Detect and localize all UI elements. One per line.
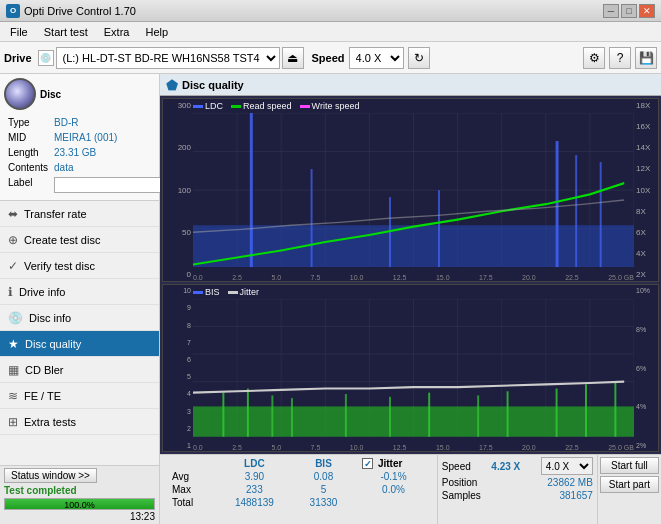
app-icon: O (6, 4, 20, 18)
svg-rect-51 (614, 382, 616, 437)
chart1-xaxis: 0.02.55.07.510.0 12.515.017.520.022.525.… (193, 274, 634, 281)
jitter-checkbox[interactable]: ✓ (362, 458, 373, 469)
chart2-xaxis: 0.02.55.07.510.0 12.515.017.520.022.525.… (193, 444, 634, 451)
save-button[interactable]: 💾 (635, 47, 657, 69)
start-full-btn[interactable]: Start full (600, 457, 659, 474)
start-part-btn[interactable]: Start part (600, 476, 659, 493)
settings-button[interactable]: ⚙ (583, 47, 605, 69)
speed-stat-value: 4.23 X (491, 461, 520, 472)
avg-jitter: -0.1% (354, 470, 433, 483)
eject-button[interactable]: ⏏ (282, 47, 304, 69)
total-label: Total (164, 496, 216, 509)
read-speed-color (231, 105, 241, 108)
drive-info-icon: ℹ (8, 285, 13, 299)
nav-drive-info-label: Drive info (19, 286, 65, 298)
col-empty (164, 457, 216, 470)
charts-area: LDC Read speed Write speed 300 200 100 (160, 96, 661, 454)
action-buttons: Start full Start part (597, 455, 661, 524)
content-header-icon: ⬟ (166, 77, 178, 93)
jitter-color (228, 291, 238, 294)
disc-label-label: Label (6, 176, 50, 194)
speed-select[interactable]: 4.0 X 1.0 X 2.0 X 6.0 X 8.0 X (349, 47, 404, 69)
col-jitter-checkbox[interactable]: ✓ Jitter (354, 457, 433, 470)
position-stat-label: Position (442, 477, 478, 488)
svg-rect-44 (345, 394, 347, 437)
toolbar: Drive 💿 (L:) HL-DT-ST BD-RE WH16NS58 TST… (0, 42, 661, 74)
svg-rect-43 (291, 398, 293, 437)
nav-create-test-disc[interactable]: ⊕ Create test disc (0, 227, 159, 253)
sidebar: Disc Type BD-R MID MEIRA1 (001) Length 2… (0, 74, 160, 524)
statusbar-left: Status window >> Test completed 100.0% 1… (0, 465, 159, 524)
menu-file[interactable]: File (2, 25, 36, 39)
svg-rect-49 (556, 389, 558, 437)
legend-ldc-label: LDC (205, 101, 223, 111)
bis-color (193, 291, 203, 294)
status-window-btn[interactable]: Status window >> (4, 468, 97, 483)
stats-avg-row: Avg 3.90 0.08 -0.1% (164, 470, 433, 483)
window-controls: ─ □ ✕ (603, 4, 655, 18)
app-title: Opti Drive Control 1.70 (24, 5, 603, 17)
nav-drive-info[interactable]: ℹ Drive info (0, 279, 159, 305)
chart1-legend: LDC Read speed Write speed (193, 101, 359, 111)
speed-stat-select[interactable]: 4.0 X (541, 457, 593, 475)
nav-items: ⬌ Transfer rate ⊕ Create test disc ✓ Ver… (0, 201, 159, 465)
minimize-button[interactable]: ─ (603, 4, 619, 18)
chart-ldc: LDC Read speed Write speed 300 200 100 (162, 98, 659, 282)
refresh-button[interactable]: ↻ (408, 47, 430, 69)
nav-extra-tests[interactable]: ⊞ Extra tests (0, 409, 159, 435)
nav-create-test-disc-label: Create test disc (24, 234, 100, 246)
col-bis: BIS (293, 457, 354, 470)
content-header: ⬟ Disc quality (160, 74, 661, 96)
menu-start-test[interactable]: Start test (36, 25, 96, 39)
nav-disc-quality[interactable]: ★ Disc quality (0, 331, 159, 357)
status-time: 13:23 (130, 511, 155, 522)
stats-max-row: Max 233 5 0.0% (164, 483, 433, 496)
nav-fe-te[interactable]: ≋ FE / TE (0, 383, 159, 409)
create-test-disc-icon: ⊕ (8, 233, 18, 247)
legend-jitter: Jitter (228, 287, 260, 297)
max-jitter: 0.0% (354, 483, 433, 496)
svg-rect-15 (193, 225, 634, 267)
legend-read-speed: Read speed (231, 101, 292, 111)
disc-mid-label: MID (6, 131, 50, 144)
nav-verify-test-disc[interactable]: ✓ Verify test disc (0, 253, 159, 279)
svg-rect-47 (477, 396, 479, 437)
fe-te-icon: ≋ (8, 389, 18, 403)
info-button[interactable]: ? (609, 47, 631, 69)
maximize-button[interactable]: □ (621, 4, 637, 18)
write-speed-color (300, 105, 310, 108)
status-line: Test completed (4, 485, 155, 496)
nav-transfer-rate-label: Transfer rate (24, 208, 87, 220)
menu-extra[interactable]: Extra (96, 25, 138, 39)
nav-transfer-rate[interactable]: ⬌ Transfer rate (0, 201, 159, 227)
chart1-svg (193, 113, 634, 267)
max-ldc: 233 (216, 483, 293, 496)
right-stats: Speed 4.23 X 4.0 X Position 23862 MB Sam… (437, 455, 597, 524)
close-button[interactable]: ✕ (639, 4, 655, 18)
nav-cd-bler[interactable]: ▦ CD Bler (0, 357, 159, 383)
svg-rect-45 (389, 397, 391, 437)
samples-stat-label: Samples (442, 490, 481, 501)
nav-fe-te-label: FE / TE (24, 390, 61, 402)
svg-rect-20 (556, 141, 559, 267)
chart1-y-right: 18X 16X 14X 12X 10X 8X 6X 4X 2X (634, 99, 658, 281)
disc-info-icon: 💿 (8, 311, 23, 325)
samples-stat-row: Samples 381657 (442, 490, 593, 501)
legend-read-speed-label: Read speed (243, 101, 292, 111)
drive-select[interactable]: (L:) HL-DT-ST BD-RE WH16NS58 TST4 (56, 47, 280, 69)
verify-test-disc-icon: ✓ (8, 259, 18, 273)
svg-rect-17 (311, 169, 313, 267)
menu-help[interactable]: Help (137, 25, 176, 39)
ldc-color (193, 105, 203, 108)
nav-verify-test-disc-label: Verify test disc (24, 260, 95, 272)
samples-stat-value: 381657 (559, 490, 592, 501)
nav-disc-info[interactable]: 💿 Disc info (0, 305, 159, 331)
chart2-y-right: 10% 8% 6% 4% 2% (634, 285, 658, 451)
legend-write-speed-label: Write speed (312, 101, 360, 111)
chart2-y-left: 10 9 8 7 6 5 4 3 2 1 (163, 285, 193, 451)
svg-rect-21 (575, 155, 577, 267)
total-jitter (354, 496, 433, 509)
legend-write-speed: Write speed (300, 101, 360, 111)
max-bis: 5 (293, 483, 354, 496)
svg-rect-42 (271, 396, 273, 437)
